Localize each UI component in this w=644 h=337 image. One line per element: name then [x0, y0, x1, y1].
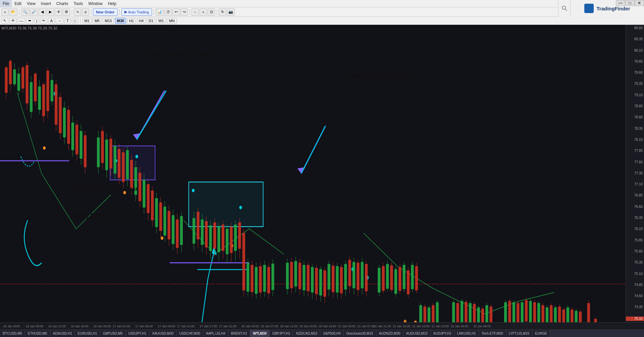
chart-type-button[interactable]: 📊 — [156, 8, 164, 16]
cursor-tool[interactable]: ↖ — [1, 18, 8, 24]
tab-brent[interactable]: BRENT,H1 — [228, 330, 250, 337]
tf-h1[interactable]: H1 — [127, 18, 136, 24]
svg-rect-85 — [126, 150, 129, 179]
menu-view[interactable]: View — [24, 0, 38, 7]
crosshair-button[interactable]: ✛ — [55, 8, 62, 16]
maximize-button[interactable]: □ — [625, 0, 635, 6]
svg-rect-69 — [84, 135, 87, 167]
templates-button[interactable]: ≡ — [82, 8, 89, 16]
menu-tools[interactable]: Tools — [71, 0, 86, 7]
tab-eurge[interactable]: EURGE — [532, 330, 550, 337]
tf-m1[interactable]: M1 — [83, 18, 92, 24]
tf-w1[interactable]: W1 — [156, 18, 166, 24]
tf-m5[interactable]: M5 — [93, 18, 102, 24]
menu-help[interactable]: Help — [105, 0, 119, 7]
chart-area[interactable]: WTI,M30 75.36 75.38 75.29 75.32 — [0, 25, 644, 322]
tab-lyft[interactable]: LYFT,US,M15 — [506, 330, 533, 337]
svg-rect-117 — [201, 219, 204, 245]
arrow-tool[interactable]: → — [56, 18, 63, 24]
back-button[interactable]: ↩ — [172, 8, 180, 16]
svg-rect-103 — [163, 207, 166, 235]
tab-lnkusd[interactable]: LNKUSD,H1 — [454, 330, 479, 337]
svg-rect-245 — [508, 301, 511, 322]
svg-rect-113 — [193, 218, 195, 244]
svg-rect-63 — [71, 122, 74, 150]
zoom-out-button[interactable]: 🔎 — [30, 8, 38, 16]
minus-button[interactable]: − — [192, 8, 199, 16]
menu-window[interactable]: Window — [86, 0, 105, 7]
minimize-button[interactable]: — — [616, 0, 625, 6]
period-button[interactable]: ⏱ — [164, 8, 172, 16]
open-button[interactable]: 📂 — [9, 8, 17, 16]
svg-rect-121 — [209, 225, 212, 251]
tab-techetf[interactable]: Tech.ETF,M30 — [479, 330, 506, 337]
menu-charts[interactable]: Charts — [54, 0, 71, 7]
svg-rect-99 — [155, 198, 158, 227]
tab-usdchf[interactable]: USDCHF,M30 — [176, 330, 203, 337]
crosshair-tool[interactable]: ✛ — [9, 18, 16, 24]
zoom-in-button[interactable]: 🔍 — [21, 8, 29, 16]
svg-rect-55 — [55, 84, 57, 124]
tab-adausd[interactable]: ADAUSD,H1 — [50, 330, 75, 337]
line-tool[interactable]: — — [17, 18, 25, 24]
svg-rect-79 — [114, 146, 116, 173]
auto-trading-button[interactable]: ▶Auto Trading — [121, 8, 152, 16]
tab-xauusd[interactable]: XAUUSD,M30 — [149, 330, 176, 337]
screenshot-button[interactable]: 📷 — [227, 8, 235, 16]
tab-wti[interactable]: WTI,M30 — [250, 330, 270, 337]
tab-sp500[interactable]: S&P500,H4 — [320, 330, 343, 337]
scroll-left-button[interactable]: ◀ — [39, 8, 46, 16]
plus-button[interactable]: + — [200, 8, 207, 16]
tab-ethusd[interactable]: ETHUSD,M5 — [25, 330, 50, 337]
indicators-button[interactable]: ∿ — [74, 8, 81, 16]
vline-tool[interactable]: | — [34, 18, 39, 24]
svg-rect-135 — [238, 222, 241, 249]
svg-rect-111 — [180, 216, 183, 245]
svg-rect-179 — [340, 267, 343, 293]
svg-point-0 — [562, 6, 566, 9]
svg-rect-183 — [348, 260, 351, 286]
pencil-tool[interactable]: ✏ — [40, 18, 47, 24]
menu-file[interactable]: File — [0, 0, 12, 7]
tab-audusd[interactable]: AUDUSD,M15 — [404, 330, 431, 337]
text-tool[interactable]: A — [48, 18, 55, 24]
search-button[interactable] — [558, 0, 570, 17]
time-axis: 16 Jan 2025 16 Jan 08:00 16 Jan 12:00 16… — [0, 322, 644, 330]
svg-rect-231 — [469, 303, 472, 322]
tf-h4[interactable]: H4 — [137, 18, 146, 24]
svg-rect-159 — [299, 263, 301, 289]
svg-rect-277 — [575, 311, 578, 322]
new-order-button[interactable]: New Order — [93, 8, 118, 16]
tab-eurusd[interactable]: EURUSD,H1 — [75, 330, 100, 337]
menu-edit[interactable]: Edit — [12, 0, 24, 7]
properties-button[interactable]: ⚙ — [63, 8, 70, 16]
label-tool[interactable]: T — [64, 18, 71, 24]
tab-nzdcad[interactable]: NZDCAD,M15 — [293, 330, 320, 337]
tf-m15[interactable]: M15 — [103, 18, 114, 24]
tf-mn[interactable]: MN — [167, 18, 177, 24]
tab-gbpjpy[interactable]: GBPJPY,H1 — [270, 330, 293, 337]
tab-audjpy[interactable]: AUDJPY,H1 — [431, 330, 454, 337]
menu-insert[interactable]: Insert — [38, 0, 54, 7]
rect-tool[interactable]: □ — [72, 18, 78, 24]
scroll-right-button[interactable]: ▶ — [47, 8, 54, 16]
fit-button[interactable]: ⊡ — [208, 8, 215, 16]
tab-audnzd[interactable]: AUDNZD,M30 — [376, 330, 404, 337]
tf-d1[interactable]: D1 — [147, 18, 155, 24]
close-button[interactable]: ✕ — [635, 0, 644, 6]
tab-btcusd[interactable]: BTCUSD,M5 — [0, 330, 25, 337]
svg-rect-47 — [38, 87, 41, 110]
refresh-button[interactable]: ↻ — [219, 8, 226, 16]
svg-rect-131 — [230, 227, 232, 253]
svg-rect-165 — [311, 267, 314, 292]
tab-usdjpy[interactable]: USDJPY,H1 — [126, 330, 150, 337]
hline-tool[interactable]: ⬌ — [26, 18, 33, 24]
new-chart-button[interactable]: + — [1, 8, 9, 16]
annotation-swing-resistance-2: Swing Direncinin Rolü — [348, 72, 412, 79]
tab-dj30[interactable]: DowJones30,M15 — [344, 330, 376, 337]
tf-m30[interactable]: M30 — [115, 18, 126, 24]
tab-gbpusd[interactable]: GBPUSD,M5 — [100, 330, 126, 337]
forward-button[interactable]: ↪ — [180, 8, 188, 16]
tab-aapl[interactable]: AAPL,US,H4 — [203, 330, 228, 337]
svg-rect-181 — [344, 264, 347, 289]
